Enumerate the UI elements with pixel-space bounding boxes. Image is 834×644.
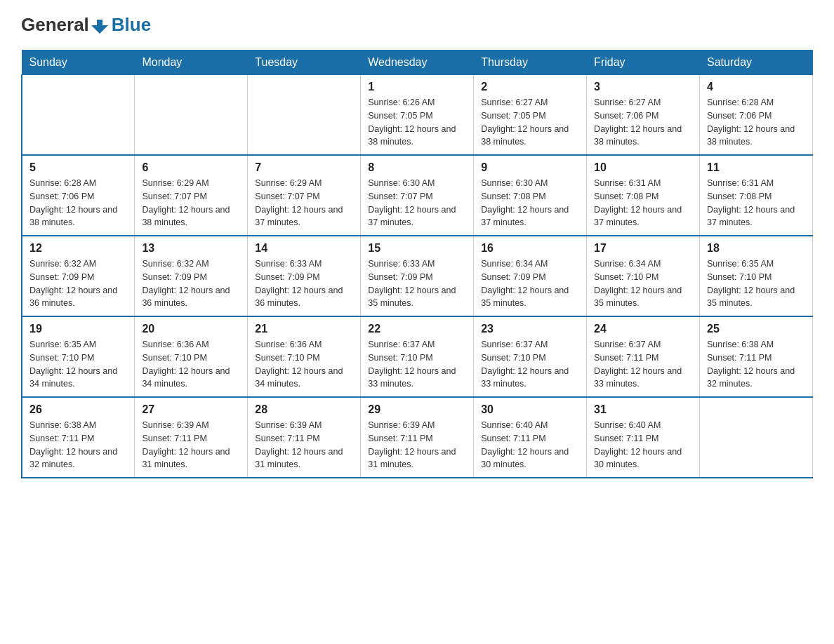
day-info: Sunrise: 6:28 AM Sunset: 7:06 PM Dayligh… — [29, 177, 127, 229]
day-number: 28 — [255, 403, 353, 416]
logo-text-general: General — [21, 14, 89, 36]
day-cell: 13Sunrise: 6:32 AM Sunset: 7:09 PM Dayli… — [135, 236, 248, 316]
day-info: Sunrise: 6:36 AM Sunset: 7:10 PM Dayligh… — [255, 338, 353, 391]
day-info: Sunrise: 6:32 AM Sunset: 7:09 PM Dayligh… — [142, 257, 240, 310]
day-number: 8 — [368, 161, 466, 174]
day-cell: 9Sunrise: 6:30 AM Sunset: 7:08 PM Daylig… — [474, 155, 587, 236]
day-number: 5 — [29, 161, 127, 174]
day-info: Sunrise: 6:35 AM Sunset: 7:10 PM Dayligh… — [29, 338, 127, 391]
day-cell: 4Sunrise: 6:28 AM Sunset: 7:06 PM Daylig… — [700, 75, 813, 156]
day-cell: 22Sunrise: 6:37 AM Sunset: 7:10 PM Dayli… — [361, 316, 474, 397]
day-cell: 2Sunrise: 6:27 AM Sunset: 7:05 PM Daylig… — [474, 75, 587, 156]
day-number: 21 — [255, 323, 353, 335]
day-number: 25 — [707, 323, 805, 335]
svg-marker-0 — [91, 20, 108, 34]
week-row-1: 1Sunrise: 6:26 AM Sunset: 7:05 PM Daylig… — [22, 75, 813, 156]
calendar-header: SundayMondayTuesdayWednesdayThursdayFrid… — [22, 51, 813, 75]
day-info: Sunrise: 6:32 AM Sunset: 7:09 PM Dayligh… — [29, 257, 127, 310]
day-number: 19 — [29, 323, 127, 335]
logo-text-blue: Blue — [112, 14, 151, 36]
day-cell — [700, 397, 813, 478]
header-cell-sunday: Sunday — [22, 51, 135, 75]
day-number: 12 — [29, 242, 127, 255]
day-info: Sunrise: 6:26 AM Sunset: 7:05 PM Dayligh… — [368, 96, 466, 149]
day-cell: 27Sunrise: 6:39 AM Sunset: 7:11 PM Dayli… — [135, 397, 248, 478]
day-number: 24 — [594, 323, 692, 335]
day-number: 7 — [255, 161, 353, 174]
day-number: 20 — [142, 323, 240, 335]
day-info: Sunrise: 6:34 AM Sunset: 7:10 PM Dayligh… — [594, 257, 692, 310]
header-cell-friday: Friday — [587, 51, 700, 75]
day-info: Sunrise: 6:39 AM Sunset: 7:11 PM Dayligh… — [368, 419, 466, 471]
day-info: Sunrise: 6:29 AM Sunset: 7:07 PM Dayligh… — [142, 177, 240, 229]
day-cell: 24Sunrise: 6:37 AM Sunset: 7:11 PM Dayli… — [587, 316, 700, 397]
day-info: Sunrise: 6:35 AM Sunset: 7:10 PM Dayligh… — [707, 257, 805, 310]
day-cell: 30Sunrise: 6:40 AM Sunset: 7:11 PM Dayli… — [474, 397, 587, 478]
day-info: Sunrise: 6:34 AM Sunset: 7:09 PM Dayligh… — [481, 257, 579, 310]
day-info: Sunrise: 6:37 AM Sunset: 7:10 PM Dayligh… — [481, 338, 579, 391]
calendar-body: 1Sunrise: 6:26 AM Sunset: 7:05 PM Daylig… — [22, 75, 813, 478]
day-info: Sunrise: 6:37 AM Sunset: 7:10 PM Dayligh… — [368, 338, 466, 391]
day-number: 16 — [481, 242, 579, 255]
day-number: 14 — [255, 242, 353, 255]
day-number: 15 — [368, 242, 466, 255]
day-info: Sunrise: 6:38 AM Sunset: 7:11 PM Dayligh… — [29, 419, 127, 471]
logo-arrow-icon — [90, 15, 110, 35]
day-number: 11 — [707, 161, 805, 174]
day-number: 26 — [29, 403, 127, 416]
day-info: Sunrise: 6:27 AM Sunset: 7:05 PM Dayligh… — [481, 96, 579, 149]
header-cell-monday: Monday — [135, 51, 248, 75]
day-cell: 8Sunrise: 6:30 AM Sunset: 7:07 PM Daylig… — [361, 155, 474, 236]
day-info: Sunrise: 6:33 AM Sunset: 7:09 PM Dayligh… — [255, 257, 353, 310]
day-number: 18 — [707, 242, 805, 255]
day-info: Sunrise: 6:36 AM Sunset: 7:10 PM Dayligh… — [142, 338, 240, 391]
day-info: Sunrise: 6:29 AM Sunset: 7:07 PM Dayligh… — [255, 177, 353, 229]
day-number: 9 — [481, 161, 579, 174]
day-cell: 12Sunrise: 6:32 AM Sunset: 7:09 PM Dayli… — [22, 236, 135, 316]
day-cell: 1Sunrise: 6:26 AM Sunset: 7:05 PM Daylig… — [361, 75, 474, 156]
day-info: Sunrise: 6:30 AM Sunset: 7:07 PM Dayligh… — [368, 177, 466, 229]
day-number: 6 — [142, 161, 240, 174]
day-info: Sunrise: 6:33 AM Sunset: 7:09 PM Dayligh… — [368, 257, 466, 310]
page-header: General Blue — [21, 14, 813, 36]
calendar-table: SundayMondayTuesdayWednesdayThursdayFrid… — [21, 50, 813, 478]
day-info: Sunrise: 6:30 AM Sunset: 7:08 PM Dayligh… — [481, 177, 579, 229]
day-info: Sunrise: 6:38 AM Sunset: 7:11 PM Dayligh… — [707, 338, 805, 391]
header-cell-thursday: Thursday — [474, 51, 587, 75]
day-cell: 26Sunrise: 6:38 AM Sunset: 7:11 PM Dayli… — [22, 397, 135, 478]
day-number: 27 — [142, 403, 240, 416]
day-cell: 19Sunrise: 6:35 AM Sunset: 7:10 PM Dayli… — [22, 316, 135, 397]
day-number: 4 — [707, 81, 805, 93]
day-cell: 14Sunrise: 6:33 AM Sunset: 7:09 PM Dayli… — [248, 236, 361, 316]
day-number: 3 — [594, 81, 692, 93]
day-number: 17 — [594, 242, 692, 255]
day-cell: 16Sunrise: 6:34 AM Sunset: 7:09 PM Dayli… — [474, 236, 587, 316]
day-info: Sunrise: 6:31 AM Sunset: 7:08 PM Dayligh… — [594, 177, 692, 229]
header-cell-tuesday: Tuesday — [248, 51, 361, 75]
day-cell: 5Sunrise: 6:28 AM Sunset: 7:06 PM Daylig… — [22, 155, 135, 236]
day-cell — [22, 75, 135, 156]
header-cell-wednesday: Wednesday — [361, 51, 474, 75]
day-cell: 15Sunrise: 6:33 AM Sunset: 7:09 PM Dayli… — [361, 236, 474, 316]
header-row: SundayMondayTuesdayWednesdayThursdayFrid… — [22, 51, 813, 75]
week-row-5: 26Sunrise: 6:38 AM Sunset: 7:11 PM Dayli… — [22, 397, 813, 478]
week-row-4: 19Sunrise: 6:35 AM Sunset: 7:10 PM Dayli… — [22, 316, 813, 397]
day-number: 30 — [481, 403, 579, 416]
day-cell: 7Sunrise: 6:29 AM Sunset: 7:07 PM Daylig… — [248, 155, 361, 236]
day-number: 1 — [368, 81, 466, 93]
day-number: 29 — [368, 403, 466, 416]
week-row-2: 5Sunrise: 6:28 AM Sunset: 7:06 PM Daylig… — [22, 155, 813, 236]
day-info: Sunrise: 6:31 AM Sunset: 7:08 PM Dayligh… — [707, 177, 805, 229]
header-cell-saturday: Saturday — [700, 51, 813, 75]
day-number: 23 — [481, 323, 579, 335]
day-info: Sunrise: 6:37 AM Sunset: 7:11 PM Dayligh… — [594, 338, 692, 391]
day-number: 22 — [368, 323, 466, 335]
day-info: Sunrise: 6:39 AM Sunset: 7:11 PM Dayligh… — [142, 419, 240, 471]
day-number: 10 — [594, 161, 692, 174]
day-info: Sunrise: 6:27 AM Sunset: 7:06 PM Dayligh… — [594, 96, 692, 149]
day-info: Sunrise: 6:40 AM Sunset: 7:11 PM Dayligh… — [481, 419, 579, 471]
day-number: 31 — [594, 403, 692, 416]
day-cell: 3Sunrise: 6:27 AM Sunset: 7:06 PM Daylig… — [587, 75, 700, 156]
week-row-3: 12Sunrise: 6:32 AM Sunset: 7:09 PM Dayli… — [22, 236, 813, 316]
day-cell: 17Sunrise: 6:34 AM Sunset: 7:10 PM Dayli… — [587, 236, 700, 316]
